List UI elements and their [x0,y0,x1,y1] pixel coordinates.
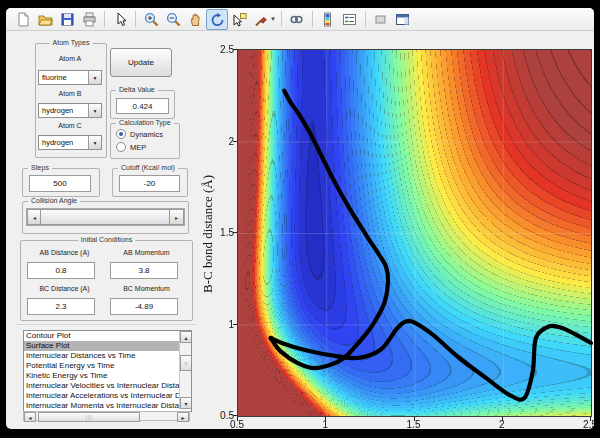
y-tick-label: 1 [214,319,234,330]
toolbar-separator [104,11,105,27]
rotate-3d-icon[interactable] [206,9,228,30]
zoom-out-icon[interactable] [162,9,184,30]
dropdown-arrow-icon[interactable]: ▼ [88,104,101,117]
print-icon[interactable] [78,9,100,30]
save-icon[interactable] [56,9,78,30]
steps-field[interactable]: 500 [29,175,91,192]
initial-conditions-title: Initial Conditions [78,236,135,243]
ab-momentum-field[interactable]: 3.8 [110,262,178,279]
atom-b-dropdown[interactable]: hydrogen ▼ [38,103,102,118]
update-button[interactable]: Update [110,48,172,77]
list-item[interactable]: Internuclear Velocities vs Internuclear … [24,381,191,391]
pan-icon[interactable] [184,9,206,30]
list-item[interactable]: Internuclear Distances vs Time [24,351,191,361]
y-tick-label: 1.5 [214,227,234,238]
scroll-down-arrow-icon[interactable]: ▾ [180,397,192,409]
show-plot-tools-icon[interactable] [392,9,414,30]
ab-momentum-label: AB Momentum [110,249,183,256]
listbox-vertical-scrollbar[interactable]: ▴ ≡ ▾ [179,331,191,409]
atom-b-value: hydrogen [39,104,88,117]
atom-c-label: Atom C [35,122,105,129]
brush-data-icon[interactable] [250,9,272,30]
delta-value-field[interactable]: 0.424 [116,98,169,114]
y-tick-label: 2 [214,136,234,147]
atom-a-value: fluorine [39,71,88,84]
y-axis-label: B-C bond distance (Å) [200,175,216,293]
bc-distance-label: BC Distance (A) [27,285,102,292]
list-item[interactable]: Internuclear Momenta vs Internuclear Dis… [24,401,191,411]
list-item[interactable]: Surface Plot [24,341,191,351]
listbox-horizontal-scrollbar[interactable]: ◂ ||| ▸ [23,411,190,421]
y-tick-mark [233,324,237,325]
radio-mep-icon[interactable] [116,142,126,152]
plot-type-listbox[interactable]: Contour PlotSurface PlotInternuclear Dis… [23,330,192,412]
scroll-right-arrow-icon[interactable]: ▸ [177,412,189,422]
toolbar-separator [365,11,366,27]
list-item[interactable]: Kinetic Energy vs Time [24,371,191,381]
brush-dropdown-caret-icon[interactable]: ▼ [270,16,276,22]
application-window: ▼ Atom Types Atom A fluorine ▼ Atom B hy… [0,0,600,438]
collision-angle-title: Collision Angle [28,197,80,204]
steps-title: Steps [28,164,52,171]
ab-distance-label: AB Distance (A) [27,249,102,256]
toolbar-separator [281,11,282,27]
toolbar-separator [135,11,136,27]
x-tick-mark [414,417,415,421]
data-cursor-icon[interactable] [228,9,250,30]
zoom-in-icon[interactable] [140,9,162,30]
atom-c-dropdown[interactable]: hydrogen ▼ [38,135,102,150]
link-plots-icon[interactable] [286,9,308,30]
edit-plot-icon[interactable] [109,9,131,30]
collision-angle-slider[interactable]: ◂ ▸ [26,208,185,226]
radio-dynamics-icon[interactable] [116,129,126,139]
plot-panel: 0.511.522.50.511.522.5 A-B bond distance… [231,41,593,419]
list-item[interactable]: Potential Energy vs Time [24,361,191,371]
atom-b-label: Atom B [35,90,105,97]
cutoff-field[interactable]: -20 [119,175,180,192]
insert-legend-icon[interactable] [339,9,361,30]
figure-toolbar: ▼ [6,8,594,31]
trajectory-path [271,321,591,400]
plot-type-list: Contour PlotSurface PlotInternuclear Dis… [24,331,191,411]
bc-distance-field[interactable]: 2.3 [27,298,95,315]
vertical-scroll-thumb[interactable]: ≡ [180,355,192,371]
ab-distance-field[interactable]: 0.8 [27,262,95,279]
x-tick-mark [590,417,591,421]
horizontal-scroll-thumb[interactable]: ||| [38,412,140,422]
atom-a-label: Atom A [35,55,105,62]
y-tick-label: 2.5 [214,44,234,55]
list-item[interactable]: Contour Plot [24,331,191,341]
new-file-icon[interactable] [12,9,34,30]
toolbar-separator [312,11,313,27]
plot-area[interactable] [237,49,592,417]
x-tick-mark [325,417,326,421]
dropdown-arrow-icon[interactable]: ▼ [88,136,101,149]
hide-plot-tools-icon[interactable] [370,9,392,30]
x-tick-label: 2.5 [577,419,594,429]
dropdown-arrow-icon[interactable]: ▼ [88,71,101,84]
atom-a-dropdown[interactable]: fluorine ▼ [38,70,102,85]
y-tick-mark [233,49,237,50]
delta-value-title: Delta Value [116,86,158,93]
scroll-left-arrow-icon[interactable]: ◂ [24,412,36,422]
y-tick-mark [233,141,237,142]
slider-thumb[interactable] [40,209,171,225]
trajectory-overlay [238,50,591,416]
radio-mep-label: MEP [130,143,146,152]
slider-right-arrow-icon[interactable]: ▸ [169,209,184,225]
scroll-up-arrow-icon[interactable]: ▴ [180,331,192,343]
radio-dynamics[interactable]: Dynamics [116,129,163,139]
calculation-type-title: Calculation Type [116,119,174,126]
atom-c-value: hydrogen [39,136,88,149]
insert-colorbar-icon[interactable] [317,9,339,30]
y-tick-mark [233,415,237,416]
open-file-icon[interactable] [34,9,56,30]
bc-momentum-field[interactable]: -4.89 [110,298,178,315]
panel-divider [16,324,196,325]
figure-window: ▼ Atom Types Atom A fluorine ▼ Atom B hy… [6,8,594,429]
radio-mep[interactable]: MEP [116,142,146,152]
trajectory-path [271,91,388,369]
cutoff-title: Cutoff (Kcal/ mol) [118,164,178,171]
atom-types-title: Atom Types [50,39,93,46]
list-item[interactable]: Internuclear Accelerations vs Internucle… [24,391,191,401]
